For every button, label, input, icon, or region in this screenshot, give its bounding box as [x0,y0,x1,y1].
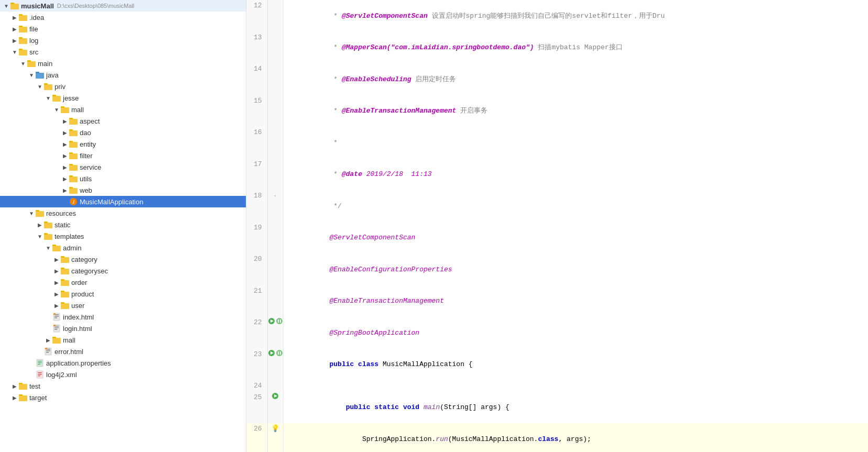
product-folder-icon [61,290,69,298]
line-content-21[interactable]: @EnableTransactionManagement [283,285,868,317]
target-label: target [29,394,47,402]
svg-rect-62 [55,329,57,330]
category-label: category [71,256,97,263]
tree-item-aspect[interactable]: aspect [0,115,246,127]
svg-rect-39 [44,222,48,223]
tree-item-index-html[interactable]: index.html [0,311,246,323]
tree-item-log4j2-xml[interactable]: log4j2.xml [0,369,246,380]
file-tree[interactable]: musicMall D:\cxs\Desktop\085\musicMall .… [0,0,246,452]
main-label: main [38,60,52,68]
tree-item-priv[interactable]: priv [0,81,246,92]
test-label: test [29,382,40,390]
index-file-icon [52,313,61,321]
templates-folder-icon [44,232,52,240]
tree-item-error-html[interactable]: error.html [0,346,246,357]
gutter-18: ◦ [267,190,283,222]
line-content-17[interactable]: * @date 2019/2/18 11:13 [283,159,868,191]
tree-item-category[interactable]: category [0,253,246,265]
tree-item-static[interactable]: static [0,219,246,230]
static-label: static [55,221,70,229]
svg-rect-68 [46,350,50,351]
log-label: log [29,37,38,45]
tree-item-log[interactable]: log [0,35,246,46]
svg-rect-14 [44,84,52,90]
line-content-13[interactable]: * @MapperScan("com.imLaidian.springbootd… [283,32,868,64]
code-editor[interactable]: 12 * @ServletComponentScan 设置启动时spring能够… [246,0,868,452]
line-content-20[interactable]: @EnableConfigurationProperties [283,253,868,285]
bulb-icon-26[interactable]: 💡 [271,425,279,433]
java-arrow [27,72,36,78]
tree-item-jesse[interactable]: jesse [0,92,246,104]
line-content-15[interactable]: * @EnableTransactionManagement 开启事务 [283,95,868,127]
tree-item-utils[interactable]: utils [0,173,246,184]
line-content-25[interactable]: public static void main(String[] args) { [283,392,868,424]
root-folder-icon [10,2,19,10]
tree-item-java[interactable]: java [0,69,246,81]
svg-rect-48 [61,280,69,286]
svg-rect-50 [61,292,69,297]
line-content-12[interactable]: * @ServletComponentScan 设置启动时spring能够扫描到… [283,0,868,32]
java-folder-icon [36,71,44,79]
entity-label: entity [80,140,96,148]
line-content-18[interactable]: */ [283,190,868,222]
tree-item-templates[interactable]: templates [0,230,246,242]
mall-label: mall [71,106,84,114]
jesse-label: jesse [63,94,79,102]
tree-item-target[interactable]: target [0,392,246,403]
line-content-16[interactable]: * [283,127,868,159]
tree-item-admin[interactable]: admin [0,242,246,253]
tree-item-idea[interactable]: .idea [0,12,246,23]
svg-rect-44 [61,257,69,263]
tree-item-user[interactable]: user [0,300,246,311]
run-debug-icons-23[interactable] [268,349,283,357]
tree-item-web[interactable]: web [0,184,246,196]
svg-rect-24 [69,142,78,148]
tree-item-mall[interactable]: mall [0,104,246,115]
order-arrow [52,280,61,285]
aspect-arrow [61,118,69,124]
tree-item-dao[interactable]: dao [0,127,246,138]
svg-rect-76 [38,372,42,373]
svg-rect-16 [52,96,61,102]
tree-item-resources[interactable]: resources [0,207,246,219]
tree-item-file[interactable]: file [0,23,246,35]
test-arrow [10,383,19,389]
code-table: 12 * @ServletComponentScan 设置启动时spring能够… [246,0,868,452]
tree-item-musicmallapplication[interactable]: J MusicMallApplication [0,196,246,207]
svg-rect-74 [38,364,40,365]
fold-icon-18[interactable]: ◦ [274,193,277,199]
resources-folder-icon [36,209,44,217]
filter-label: filter [80,152,93,160]
line-content-19[interactable]: @ServletComponentScan [283,222,868,254]
line-content-22[interactable]: @SpringBootApplication [283,317,868,349]
tree-item-mall-templates[interactable]: mall [0,334,246,346]
svg-rect-4 [19,27,27,32]
tree-root[interactable]: musicMall D:\cxs\Desktop\085\musicMall [0,0,246,12]
code-line-20: 20 @EnableConfigurationProperties [246,253,868,285]
line-content-23[interactable]: public class MusicMallApplication { [283,349,868,381]
line-content-24[interactable] [283,380,868,392]
tree-item-main[interactable]: main [0,58,246,69]
run-debug-icons-22[interactable] [268,317,283,325]
line-content-26[interactable]: SpringApplication.run(MusicMallApplicati… [283,423,868,452]
tree-item-src[interactable]: src [0,46,246,58]
svg-rect-21 [69,118,73,119]
tree-item-application-properties[interactable]: application.properties [0,357,246,369]
tree-item-categorysec[interactable]: categorysec [0,265,246,277]
tree-item-order[interactable]: order [0,277,246,288]
tree-item-login-html[interactable]: login.html [0,323,246,334]
tree-item-product[interactable]: product [0,288,246,300]
line-content-14[interactable]: * @EnableScheduling 启用定时任务 [283,63,868,95]
tree-item-test[interactable]: test [0,380,246,392]
tree-item-service[interactable]: service [0,161,246,173]
code-line-17: 17 * @date 2019/2/18 11:13 [246,159,868,191]
tree-item-filter[interactable]: filter [0,150,246,161]
code-line-18: 18 ◦ */ [246,190,868,222]
svg-rect-2 [19,15,27,21]
svg-rect-65 [52,337,56,338]
code-line-13: 13 * @MapperScan("com.imLaidian.springbo… [246,32,868,64]
svg-rect-6 [19,38,27,44]
tree-item-entity[interactable]: entity [0,138,246,150]
resources-label: resources [46,210,76,217]
run-icon-25[interactable] [272,392,279,400]
